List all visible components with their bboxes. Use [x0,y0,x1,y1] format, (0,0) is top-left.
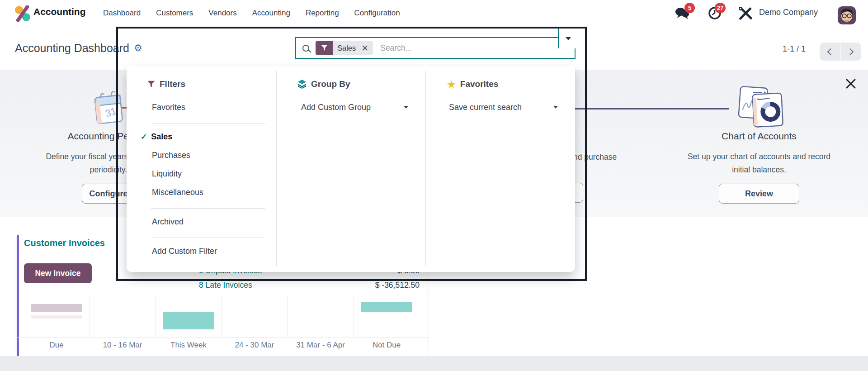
app-name[interactable]: Accounting [33,6,86,17]
checkmark-icon: ✓ [141,133,147,141]
step3-text-line2: initial balances. [669,165,849,175]
layers-icon [297,80,307,89]
nav-item-reporting[interactable]: Reporting [306,9,339,18]
chart-gridline [222,295,222,337]
chart-gridline [354,295,354,337]
chart-label-not-due: Not Due [354,341,420,350]
filters-divider [151,208,265,209]
chart-bar-due[interactable] [31,315,82,319]
chevron-right-icon [846,48,854,55]
caret-down-icon[interactable] [404,106,408,109]
search-input[interactable]: Search... [380,43,412,53]
filter-funnel-icon [316,41,333,55]
chart-bar-not-due[interactable] [361,302,412,312]
chart-label-this-week: This Week [156,341,222,350]
chart-bar-this-week[interactable] [163,312,214,329]
save-current-search-item[interactable]: Save current search [449,103,522,112]
star-icon: ★ [447,80,456,89]
chart-label-24-30-mar: 24 - 30 Mar [222,341,288,350]
filter-item-archived[interactable]: Archived [152,217,184,227]
activities-badge: 27 [715,3,726,13]
chart-label-10-16-mar: 10 - 16 Mar [90,341,156,350]
pager-next-button[interactable] [840,43,861,61]
pager-previous-button[interactable] [820,43,840,61]
page-bottom-strip [0,356,868,371]
invoice-bar-chart[interactable] [24,299,420,337]
filters-divider [151,238,265,238]
invoice-amount: $ -36,512.50 [375,281,420,290]
chart-label-31-mar-6-apr: 31 Mar - 6 Apr [288,341,354,350]
user-avatar[interactable] [838,6,856,24]
search-options-toggle[interactable] [558,29,577,48]
page-title: Accounting Dashboard [15,42,129,55]
chart-gridline [288,295,288,337]
messages-badge: 5 [684,3,695,13]
filter-item-miscellaneous[interactable]: Miscellaneous [152,188,203,197]
chart-bar-due[interactable] [31,304,82,312]
filter-item-sales[interactable]: ✓Sales [141,132,172,142]
favorites-header: ★ Favorites [447,79,498,89]
chevron-left-icon [827,48,835,55]
accounting-app-icon[interactable] [14,5,32,22]
journal-title[interactable]: Customer Invoices [24,238,105,248]
step3-title: Chart of Accounts [684,131,834,142]
nav-item-dashboard[interactable]: Dashboard [103,9,141,18]
pager [820,43,861,61]
search-icon [302,45,309,52]
chart-gridline [156,295,156,337]
nav-item-customers[interactable]: Customers [156,9,193,18]
filters-divider [151,123,265,124]
filter-item-add-custom-filter[interactable]: Add Custom Filter [152,247,217,256]
caret-down-icon[interactable] [553,106,558,109]
app-menu: DashboardCustomersVendorsAccountingRepor… [103,0,400,26]
pager-counter: 1-1 / 1 [783,44,806,54]
top-navbar: Accounting DashboardCustomersVendorsAcco… [0,0,868,26]
close-icon[interactable] [845,78,857,90]
nav-item-accounting[interactable]: Accounting [252,9,290,18]
filter-item-favorites[interactable]: Favorites [152,103,185,112]
review-button[interactable]: Review [719,184,799,204]
chart-of-accounts-icon [727,84,791,129]
filters-icon [147,81,155,88]
facet-remove-icon[interactable]: ✕ [360,41,373,55]
step3-text-line1: Set up your chart of accounts and record [669,152,849,162]
chart-baseline [17,337,429,338]
search-highlight-box: Sales ✕ Search... Filters Favorites✓Sale… [116,27,587,281]
filter-item-purchases[interactable]: Purchases [152,151,190,160]
search-options-dropdown: Filters Favorites✓SalesPurchasesLiquidit… [127,66,575,272]
search-facet-chip: Sales ✕ [316,41,373,55]
facet-label: Sales [333,41,360,55]
tools-icon[interactable] [738,6,753,20]
chart-label-due: Due [24,341,90,350]
new-invoice-button[interactable]: New Invoice [24,263,92,283]
invoice-link-8-late-invoices[interactable]: 8 Late Invoices [199,281,252,290]
group-by-header: Group By [297,79,350,89]
nav-item-configuration[interactable]: Configuration [354,9,400,18]
filter-item-liquidity[interactable]: Liquidity [152,169,182,179]
company-switcher[interactable]: Demo Company [759,8,818,17]
chart-gridline [90,295,90,337]
caret-down-icon [566,37,571,40]
nav-item-vendors[interactable]: Vendors [208,9,236,18]
add-custom-group-item[interactable]: Add Custom Group [301,103,371,112]
filters-header: Filters [147,79,185,89]
search-bar[interactable]: Sales ✕ Search... [295,37,576,59]
